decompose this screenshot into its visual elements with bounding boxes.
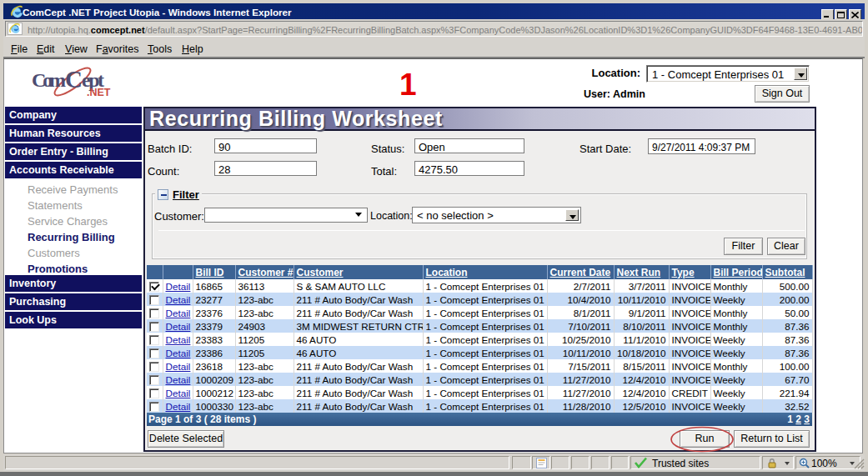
- svg-text:Com: Com: [32, 69, 66, 91]
- svg-text:.NET: .NET: [87, 87, 111, 98]
- svg-text:C: C: [65, 66, 83, 93]
